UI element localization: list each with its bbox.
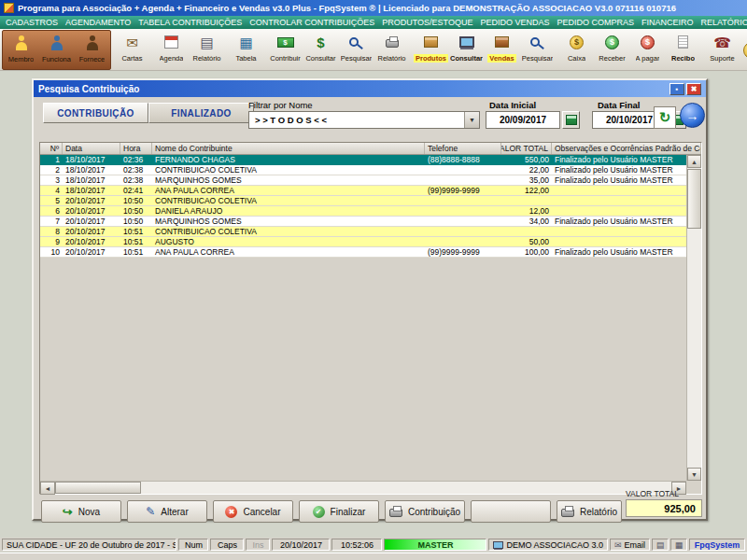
- toolbar-agenda-button[interactable]: Agenda: [154, 31, 189, 69]
- printer-icon: [561, 509, 574, 517]
- cell-valor: 550,00: [501, 155, 552, 164]
- status-grid-shortcut[interactable]: ▦: [670, 539, 687, 551]
- toolbar-cartas-button[interactable]: ✉ Cartas: [115, 31, 149, 69]
- toolbar-contribuir-button[interactable]: Contribuir: [268, 31, 303, 69]
- contribuicao-print-button[interactable]: Contribuição: [385, 500, 465, 523]
- table-row[interactable]: 3 18/10/2017 02:38 MARQUINHOS GOMES 35,0…: [40, 175, 686, 186]
- scroll-up-icon[interactable]: ▲: [687, 155, 701, 168]
- finalizar-button[interactable]: ✔ Finalizar: [299, 500, 379, 523]
- alterar-button[interactable]: ✎ Alterar: [127, 500, 207, 523]
- scroll-down-icon[interactable]: ▼: [687, 468, 701, 481]
- col-data: Data: [63, 143, 120, 154]
- horizontal-scroll-thumb[interactable]: [55, 482, 141, 494]
- menu-pedido-vendas[interactable]: PEDIDO VENDAS: [476, 18, 553, 27]
- filter-value: > > T O D O S < <: [255, 115, 327, 125]
- table-row[interactable]: 10 20/10/2017 10:51 ANA PAULA CORREA (99…: [40, 247, 686, 258]
- toolbar-group-agenda: Agenda ▤ Relatório: [153, 30, 225, 70]
- table-icon: ▦: [239, 31, 252, 53]
- table-row[interactable]: 2 18/10/2017 02:38 CONTRIBUICAO COLETIVA…: [40, 165, 686, 175]
- toolbar-membro-button[interactable]: Membro: [4, 32, 38, 68]
- menu-financeiro[interactable]: FINANCEIRO: [638, 18, 698, 27]
- relatorio-button[interactable]: Relatório: [557, 500, 622, 523]
- menu-cadastros[interactable]: CADASTROS: [2, 18, 62, 27]
- toolbar-relatorio-agenda-button[interactable]: ▤ Relatório: [190, 31, 224, 69]
- printer-icon: [389, 509, 402, 517]
- toolbar-consultar-produtos-button[interactable]: Consultar: [449, 31, 484, 69]
- toolbar-apagar-button[interactable]: A pagar: [630, 31, 665, 69]
- toolbar-produtos-button[interactable]: Produtos: [414, 31, 448, 69]
- receipt-icon: [678, 35, 688, 49]
- dialog-minimize-button[interactable]: ▪: [669, 83, 684, 95]
- filter-name-combobox[interactable]: > > T O D O S < < ▼: [248, 111, 480, 129]
- letters-icon: ✉: [126, 31, 138, 53]
- cell-nome: MARQUINHOS GOMES: [152, 175, 425, 185]
- menu-pedido-compras[interactable]: PEDIDO COMPRAS: [553, 18, 638, 27]
- data-inicial-calendar-button[interactable]: [562, 111, 580, 129]
- toolbar-group-cartas: ✉ Cartas: [114, 30, 150, 70]
- toolbar-vendas-button[interactable]: Vendas: [485, 31, 519, 69]
- status-num: Num: [178, 539, 208, 551]
- refresh-button[interactable]: ↻: [654, 106, 676, 129]
- envelope-icon: ✉: [614, 540, 622, 550]
- vertical-scrollbar[interactable]: ▲ ▼: [686, 155, 701, 481]
- toolbar-fornecedor-button[interactable]: Fornece: [75, 32, 109, 68]
- col-nome: Nome do Contribuinte: [152, 143, 425, 154]
- tab-contribuicao[interactable]: CONTRIBUIÇÃO: [43, 103, 148, 123]
- table-row[interactable]: 6 20/10/2017 10:50 DANIELA ARAUJO 12,00: [40, 206, 686, 217]
- contribuicoes-grid: Nº Data Hora Nome do Contribuinte Telefo…: [39, 142, 702, 495]
- horizontal-scrollbar[interactable]: ◄ ►: [40, 481, 686, 494]
- table-row[interactable]: 4 18/10/2017 02:41 ANA PAULA CORREA (99)…: [40, 186, 686, 196]
- table-row[interactable]: 7 20/10/2017 10:50 MARQUINHOS GOMES 34,0…: [40, 217, 686, 227]
- check-icon: ✔: [313, 506, 325, 518]
- toolbar-consultar-button[interactable]: $ Consultar: [303, 31, 338, 69]
- status-report-shortcut[interactable]: ▤: [652, 539, 669, 551]
- cell-hora: 02:36: [120, 155, 152, 164]
- toolbar-label: Pesquisar: [341, 54, 372, 63]
- table-row[interactable]: 9 20/10/2017 10:51 AUGUSTO 50,00: [40, 237, 686, 247]
- vertical-scroll-thumb[interactable]: [687, 169, 701, 229]
- dialog-close-button[interactable]: ✖: [686, 83, 701, 95]
- coins-icon[interactable]: [743, 42, 747, 59]
- data-inicial-field[interactable]: 20/09/2017: [486, 111, 560, 129]
- chevron-down-icon[interactable]: ▼: [464, 112, 479, 128]
- cell-data: 18/10/2017: [63, 186, 120, 195]
- cell-numero: 9: [40, 237, 63, 246]
- report-icon: ▤: [200, 31, 213, 53]
- cell-nome: FERNANDO CHAGAS: [152, 155, 425, 164]
- toolbar-recibo-button[interactable]: Recibo: [666, 31, 700, 69]
- contribute-money-icon: [277, 37, 294, 48]
- tab-finalizado[interactable]: FINALIZADO: [148, 103, 254, 123]
- table-row[interactable]: 1 18/10/2017 02:36 FERNANDO CHAGAS (88)8…: [40, 155, 686, 165]
- toolbar-relatorio-contrib-button[interactable]: Relatório: [374, 31, 409, 69]
- toolbar-funcionario-button[interactable]: Funciona: [39, 32, 74, 68]
- scroll-left-icon[interactable]: ◄: [40, 482, 55, 495]
- menu-tabela-contribuicoes[interactable]: TABELA CONTRIBUIÇÕES: [134, 18, 246, 27]
- cell-numero: 6: [40, 206, 63, 216]
- employee-icon: [49, 35, 64, 50]
- toolbar-group-produtos: Produtos Consultar Vendas Pesquisar: [413, 30, 556, 70]
- menu-agendamento[interactable]: AGENDAMENTO: [62, 18, 134, 27]
- toolbar-pesquisar-button[interactable]: Pesquisar: [339, 31, 374, 69]
- toolbar-label: Consultar: [450, 54, 483, 63]
- cell-telefone: (88)8888-8888: [425, 155, 501, 164]
- menu-controlar-contribuicoes[interactable]: CONTROLAR CONTRIBUIÇÕES: [246, 18, 378, 27]
- table-row[interactable]: 5 20/10/2017 10:50 CONTRIBUICAO COLETIVA: [40, 196, 686, 206]
- menu-relatorios[interactable]: RELATÓRIOS: [697, 18, 747, 27]
- blank-button[interactable]: [471, 500, 551, 523]
- cell-valor: 12,00: [501, 206, 552, 216]
- toolbar-caixa-button[interactable]: Caixa: [559, 31, 594, 69]
- cancelar-button[interactable]: ✖ Cancelar: [213, 500, 293, 523]
- toolbar-pesquisar-vendas-button[interactable]: Pesquisar: [520, 31, 555, 69]
- toolbar-tabela-button[interactable]: ▦ Tabela: [229, 31, 263, 69]
- menu-produtos-estoque[interactable]: PRODUTOS/ESTOQUE: [378, 18, 476, 27]
- nova-button[interactable]: ↪ Nova: [41, 500, 121, 523]
- dialog-titlebar[interactable]: Pesquisa Contribuição ▪ ✖: [34, 80, 706, 97]
- cell-numero: 5: [40, 196, 63, 205]
- cell-observacoes: Finalizado pelo Usuário MASTER: [552, 155, 686, 164]
- status-email[interactable]: ✉ Email: [610, 539, 650, 551]
- toolbar-receber-button[interactable]: Receber: [595, 31, 629, 69]
- table-row[interactable]: 8 20/10/2017 10:51 CONTRIBUICAO COLETIVA: [40, 227, 686, 237]
- go-arrow-button[interactable]: →: [680, 103, 705, 128]
- cell-nome: ANA PAULA CORREA: [152, 247, 425, 257]
- toolbar-suporte-button[interactable]: ☎ Suporte: [705, 31, 740, 69]
